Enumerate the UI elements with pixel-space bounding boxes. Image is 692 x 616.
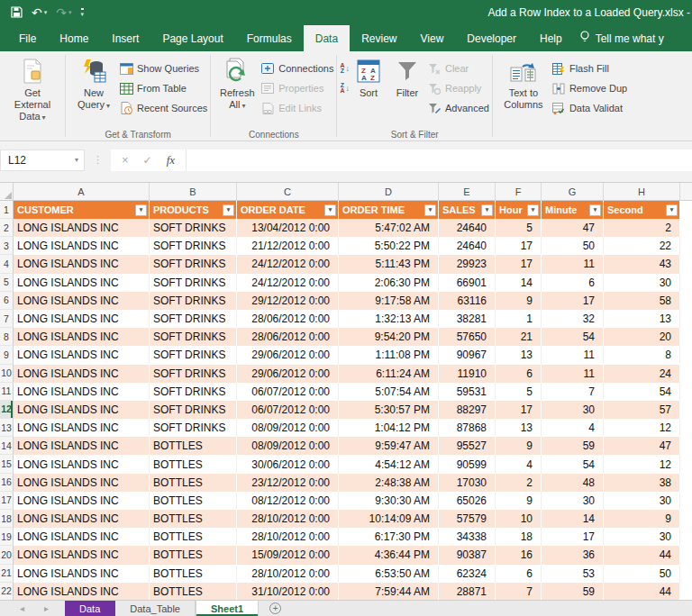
cell-H19[interactable]: 30 xyxy=(604,528,680,546)
filter-dropdown-button[interactable]: ▾ xyxy=(223,204,234,216)
cell-G20[interactable]: 36 xyxy=(542,546,604,564)
cell-E16[interactable]: 17030 xyxy=(439,474,496,492)
cell-B3[interactable]: SOFT DRINKS xyxy=(150,237,237,255)
cell-H14[interactable]: 47 xyxy=(604,437,680,455)
cell-H7[interactable]: 13 xyxy=(604,310,680,328)
cell-A13[interactable]: LONG ISLANDS INC xyxy=(14,419,150,437)
cell-C20[interactable]: 15/09/2012 0:00 xyxy=(237,546,339,564)
customize-qat-icon[interactable]: ▾ xyxy=(81,8,85,18)
cell-G6[interactable]: 17 xyxy=(542,292,604,310)
cell-A3[interactable]: LONG ISLANDS INC xyxy=(14,237,150,255)
cell-A2[interactable]: LONG ISLANDS INC xyxy=(14,219,150,237)
get-external-data-button[interactable]: Get External Data▾ xyxy=(3,54,62,123)
column-header-B[interactable]: B xyxy=(150,183,237,201)
cell-D18[interactable]: 10:14:09 AM xyxy=(339,510,439,528)
cell-F16[interactable]: 2 xyxy=(496,474,542,492)
cell-E12[interactable]: 88297 xyxy=(439,401,496,419)
cell-F18[interactable]: 10 xyxy=(496,510,542,528)
cell-C2[interactable]: 13/04/2012 0:00 xyxy=(237,219,339,237)
cell-A19[interactable]: LONG ISLANDS INC xyxy=(14,528,150,546)
row-header-6[interactable]: 6 xyxy=(0,292,14,310)
cell-D19[interactable]: 6:17:30 PM xyxy=(339,528,439,546)
row-header-21[interactable]: 21 xyxy=(0,565,14,583)
cell-A17[interactable]: LONG ISLANDS INC xyxy=(14,492,150,510)
cell-outside-table[interactable] xyxy=(680,401,692,419)
cell-G13[interactable]: 4 xyxy=(542,419,604,437)
cell-C6[interactable]: 29/12/2012 0:00 xyxy=(237,292,339,310)
cell-C18[interactable]: 28/10/2012 0:00 xyxy=(237,510,339,528)
cell-D16[interactable]: 2:48:38 AM xyxy=(339,474,439,492)
table-header-cell-customer[interactable]: CUSTOMER▾ xyxy=(14,201,150,219)
cell-D5[interactable]: 2:06:30 PM xyxy=(339,274,439,292)
column-header-E[interactable]: E xyxy=(439,183,496,201)
column-header-C[interactable]: C xyxy=(237,183,339,201)
cell-G15[interactable]: 54 xyxy=(542,455,604,473)
cell-B7[interactable]: SOFT DRINKS xyxy=(150,310,237,328)
cell-F2[interactable]: 5 xyxy=(496,219,542,237)
formula-input[interactable] xyxy=(187,149,692,171)
cell-outside-table[interactable] xyxy=(680,255,692,273)
cell-outside-table[interactable] xyxy=(680,310,692,328)
sheet-tab-data-table[interactable]: Data_Table xyxy=(115,601,196,616)
cell-A21[interactable]: LONG ISLANDS INC xyxy=(14,565,150,583)
undo-dropdown-icon[interactable]: ▾ xyxy=(44,9,48,16)
cell-outside-table[interactable] xyxy=(680,565,692,583)
cell-outside-table[interactable] xyxy=(680,365,692,383)
cell-H21[interactable]: 50 xyxy=(604,565,680,583)
advanced-filter-button[interactable]: Advanced xyxy=(427,98,489,118)
cell-D10[interactable]: 6:11:24 AM xyxy=(339,365,439,383)
row-header-18[interactable]: 18 xyxy=(0,510,14,528)
cell-G2[interactable]: 47 xyxy=(542,219,604,237)
cell-G7[interactable]: 32 xyxy=(542,310,604,328)
cell-outside-table[interactable] xyxy=(680,419,692,437)
cell-A9[interactable]: LONG ISLANDS INC xyxy=(14,346,150,364)
cell-D15[interactable]: 4:54:12 AM xyxy=(339,455,439,473)
cell-outside-table[interactable] xyxy=(680,437,692,455)
cell-C14[interactable]: 08/09/2012 0:00 xyxy=(237,437,339,455)
cell-D11[interactable]: 5:07:54 AM xyxy=(339,383,439,401)
cell-outside-table[interactable] xyxy=(680,292,692,310)
table-header-cell-second[interactable]: Second▾ xyxy=(604,201,680,219)
cell-B5[interactable]: SOFT DRINKS xyxy=(150,274,237,292)
tab-view[interactable]: View xyxy=(409,25,456,51)
cell-B10[interactable]: SOFT DRINKS xyxy=(150,365,237,383)
cell-B19[interactable]: BOTTLES xyxy=(150,528,237,546)
cell-C10[interactable]: 29/06/2012 0:00 xyxy=(237,365,339,383)
row-header-19[interactable]: 19 xyxy=(0,528,14,546)
tab-review[interactable]: Review xyxy=(350,25,408,51)
row-header-8[interactable]: 8 xyxy=(0,328,14,346)
cell-D13[interactable]: 1:04:12 PM xyxy=(339,419,439,437)
cell-E6[interactable]: 63116 xyxy=(439,292,496,310)
recent-sources-button[interactable]: Recent Sources xyxy=(119,98,207,118)
cell-F14[interactable]: 9 xyxy=(496,437,542,455)
cell-B2[interactable]: SOFT DRINKS xyxy=(150,219,237,237)
sort-button[interactable]: ZAAZ Sort xyxy=(350,54,387,99)
cell-B4[interactable]: SOFT DRINKS xyxy=(150,255,237,273)
cell-C15[interactable]: 30/06/2012 0:00 xyxy=(237,455,339,473)
table-header-cell-hour[interactable]: Hour▾ xyxy=(496,201,542,219)
cell-A18[interactable]: LONG ISLANDS INC xyxy=(14,510,150,528)
row-header-3[interactable]: 3 xyxy=(0,237,14,255)
save-icon[interactable] xyxy=(11,6,23,20)
row-header-11[interactable]: 11 xyxy=(0,383,14,401)
cell-G17[interactable]: 30 xyxy=(542,492,604,510)
cell-G14[interactable]: 59 xyxy=(542,437,604,455)
cell-B17[interactable]: BOTTLES xyxy=(150,492,237,510)
cell-B12[interactable]: SOFT DRINKS xyxy=(150,401,237,419)
remove-duplicates-button[interactable]: Remove Dup xyxy=(551,78,627,98)
filter-dropdown-button[interactable]: ▾ xyxy=(666,204,678,216)
cell-D9[interactable]: 1:11:08 PM xyxy=(339,346,439,364)
table-header-cell-sales[interactable]: SALES▾ xyxy=(439,201,496,219)
cell-A11[interactable]: LONG ISLANDS INC xyxy=(14,383,150,401)
cell-E14[interactable]: 95527 xyxy=(439,437,496,455)
cell-D20[interactable]: 4:36:44 PM xyxy=(339,546,439,564)
cell-H2[interactable]: 2 xyxy=(604,219,680,237)
cell-C21[interactable]: 28/10/2012 0:00 xyxy=(237,565,339,583)
cell-B9[interactable]: SOFT DRINKS xyxy=(150,346,237,364)
cell-outside-table[interactable] xyxy=(680,383,692,401)
cell-outside-table[interactable] xyxy=(680,546,692,564)
cell-F8[interactable]: 21 xyxy=(496,328,542,346)
cell-B16[interactable]: BOTTLES xyxy=(150,474,237,492)
cell-E17[interactable]: 65026 xyxy=(439,492,496,510)
cell-E18[interactable]: 57579 xyxy=(439,510,496,528)
